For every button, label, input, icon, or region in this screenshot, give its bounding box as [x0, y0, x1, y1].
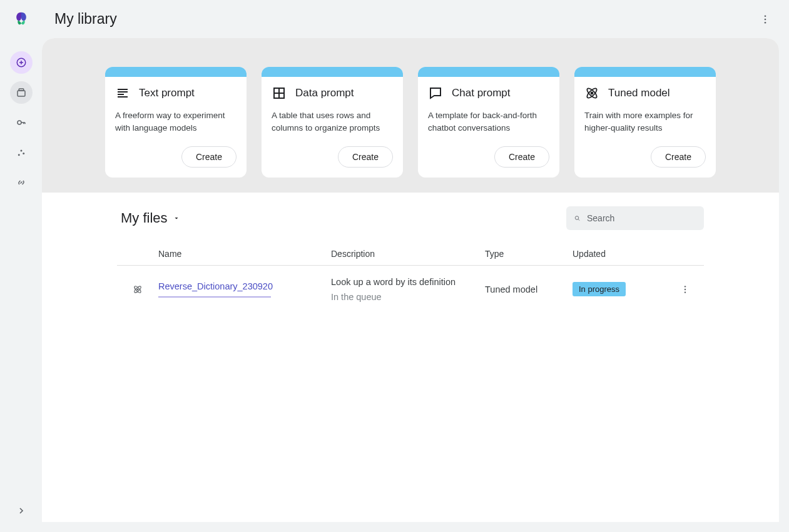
card-description: Train with more examples for higher-qual…	[584, 109, 706, 135]
header-more-button[interactable]	[754, 8, 776, 31]
row-more-button[interactable]	[671, 284, 699, 294]
card-title: Text prompt	[139, 87, 195, 99]
svg-point-10	[20, 150, 22, 152]
subject-icon	[115, 86, 130, 101]
card-chat-prompt: Chat prompt A template for back-and-fort…	[418, 67, 559, 178]
create-new-button[interactable]	[10, 51, 33, 74]
svg-line-26	[578, 219, 579, 220]
files-table: Name Description Type Updated	[117, 243, 704, 313]
content-panel: Text prompt A freeform way to experiment…	[42, 38, 779, 522]
header: My library	[42, 0, 789, 38]
svg-point-12	[765, 15, 766, 17]
key-nav-button[interactable]	[10, 111, 33, 134]
card-accent-bar	[418, 67, 559, 77]
app-logo	[12, 10, 31, 29]
card-title: Tuned model	[608, 87, 670, 99]
svg-point-9	[18, 154, 19, 156]
atom-icon	[584, 86, 599, 101]
search-icon	[574, 213, 581, 223]
svg-rect-3	[18, 91, 25, 96]
svg-point-11	[23, 153, 24, 154]
card-tuned-model: Tuned model Train with more examples for…	[574, 67, 716, 178]
svg-rect-4	[19, 89, 24, 91]
card-data-prompt: Data prompt A table that uses rows and c…	[262, 67, 403, 178]
svg-point-32	[685, 291, 686, 293]
col-updated: Updated	[573, 249, 671, 259]
card-description: A template for back-and-forth chatbot co…	[428, 109, 549, 135]
link-nav-button[interactable]	[10, 171, 33, 194]
row-type: Tuned model	[485, 284, 573, 294]
svg-point-29	[137, 289, 138, 290]
row-description-sub: In the queue	[331, 292, 485, 302]
row-description: Look up a word by its definition	[331, 277, 485, 287]
create-chat-prompt-button[interactable]: Create	[494, 146, 549, 168]
row-type-icon	[117, 284, 158, 294]
grid-icon	[272, 86, 287, 101]
create-data-prompt-button[interactable]: Create	[338, 146, 393, 168]
scatter-nav-button[interactable]	[10, 141, 33, 164]
card-title: Chat prompt	[452, 87, 511, 99]
svg-point-14	[765, 21, 766, 23]
create-tuned-model-button[interactable]: Create	[651, 146, 706, 168]
svg-point-31	[685, 288, 686, 289]
table-row: Reverse_Dictionary_230920 Look up a word…	[117, 266, 704, 313]
sidebar	[0, 0, 42, 532]
create-card-strip: Text prompt A freeform way to experiment…	[42, 38, 779, 193]
col-name: Name	[158, 249, 331, 259]
table-header: Name Description Type Updated	[117, 243, 704, 266]
svg-point-30	[685, 286, 686, 287]
card-text-prompt: Text prompt A freeform way to experiment…	[105, 67, 247, 178]
library-nav-button[interactable]	[10, 81, 33, 104]
card-accent-bar	[574, 67, 716, 77]
atom-icon	[133, 284, 143, 294]
svg-point-25	[575, 216, 579, 219]
search-input[interactable]	[587, 213, 696, 223]
status-badge: In progress	[573, 282, 626, 296]
card-description: A table that uses rows and columns to or…	[272, 109, 393, 135]
card-description: A freeform way to experiment with langua…	[115, 109, 237, 135]
chat-icon	[428, 86, 443, 101]
page-title: My library	[54, 11, 117, 28]
chevron-down-icon	[173, 214, 180, 222]
svg-point-13	[765, 18, 766, 20]
card-title: Data prompt	[295, 87, 354, 99]
svg-point-5	[18, 121, 21, 124]
search-box[interactable]	[566, 206, 704, 230]
svg-point-24	[591, 93, 593, 94]
my-files-dropdown[interactable]: My files	[117, 208, 184, 229]
expand-sidebar-button[interactable]	[10, 499, 33, 522]
my-files-label: My files	[121, 210, 168, 226]
col-description: Description	[331, 249, 485, 259]
card-accent-bar	[262, 67, 403, 77]
file-name-link[interactable]: Reverse_Dictionary_230920	[158, 281, 331, 291]
row-progress-bar	[158, 296, 271, 298]
files-section: My files	[42, 193, 779, 313]
card-accent-bar	[105, 67, 247, 77]
create-text-prompt-button[interactable]: Create	[181, 146, 237, 168]
col-type: Type	[485, 249, 573, 259]
